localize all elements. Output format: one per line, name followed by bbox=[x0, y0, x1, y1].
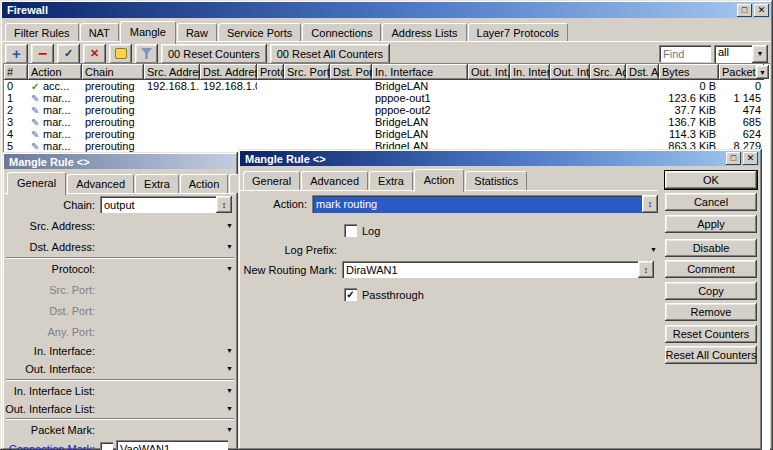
dialog-maximize-button[interactable]: □ bbox=[726, 152, 741, 165]
tab-connections[interactable]: Connections bbox=[302, 23, 381, 42]
log-prefix-dropdown-icon[interactable]: ▼ bbox=[647, 243, 660, 256]
mark-icon: ✎ bbox=[31, 117, 43, 128]
col-out-interface-list[interactable]: Out. Int... bbox=[550, 64, 590, 80]
d1-tab-statistics[interactable]: Statistics bbox=[229, 174, 238, 193]
cell-number: 0 bbox=[4, 80, 28, 92]
cancel-button[interactable]: Cancel bbox=[665, 193, 757, 211]
action-select[interactable]: mark routing bbox=[312, 195, 642, 213]
tab-filter-rules[interactable]: Filter Rules bbox=[5, 23, 79, 42]
col-number[interactable]: # bbox=[4, 64, 28, 80]
filter-scope-select[interactable]: all ▼ bbox=[714, 45, 768, 63]
chain-label: Chain: bbox=[4, 199, 100, 211]
apply-button[interactable]: Apply bbox=[665, 215, 757, 233]
action-updown-icon[interactable]: ↕ bbox=[642, 195, 658, 213]
in-interface-list-dropdown-icon[interactable]: ▼ bbox=[223, 384, 236, 397]
cell-action: ✎mar... bbox=[28, 104, 82, 116]
table-row[interactable]: 0 ✓acc... prerouting 192.168.1.... 192.1… bbox=[4, 80, 764, 92]
d2-tab-statistics[interactable]: Statistics bbox=[465, 171, 527, 190]
new-routing-mark-input[interactable] bbox=[342, 261, 638, 278]
col-dst-address[interactable]: Dst. Address bbox=[200, 64, 257, 80]
col-chain[interactable]: Chain bbox=[82, 64, 144, 80]
col-protocol[interactable]: Proto... bbox=[257, 64, 284, 80]
remove-button[interactable]: − bbox=[31, 44, 54, 64]
general-dialog-titlebar[interactable]: Mangle Rule <> bbox=[4, 154, 236, 169]
out-interface-list-field-row: Out. Interface List: ▼ bbox=[4, 400, 236, 417]
col-dst-address-list[interactable]: Dst. Ad... bbox=[626, 64, 659, 80]
action-dialog-titlebar[interactable]: Mangle Rule <> □ ✕ bbox=[240, 151, 760, 166]
chain-select[interactable] bbox=[100, 196, 216, 213]
col-dst-port[interactable]: Dst. Port bbox=[330, 64, 372, 80]
col-bytes[interactable]: Bytes bbox=[659, 64, 719, 80]
tab-nat[interactable]: NAT bbox=[80, 23, 119, 42]
col-src-port[interactable]: Src. Port bbox=[284, 64, 330, 80]
log-checkbox[interactable] bbox=[344, 224, 357, 237]
d1-tab-action[interactable]: Action bbox=[180, 174, 229, 193]
col-in-interface[interactable]: In. Interface bbox=[372, 64, 468, 80]
table-row[interactable]: 3 ✎mar... prerouting BridgeLAN 136.7 KiB… bbox=[4, 116, 764, 128]
d1-tab-advanced[interactable]: Advanced bbox=[67, 174, 134, 193]
filter-button[interactable] bbox=[135, 44, 158, 64]
out-interface-list-dropdown-icon[interactable]: ▼ bbox=[223, 402, 236, 415]
out-interface-dropdown-icon[interactable]: ▼ bbox=[223, 362, 236, 375]
new-routing-mark-updown-icon[interactable]: ↕ bbox=[638, 261, 654, 278]
table-row[interactable]: 4 ✎mar... prerouting BridgeLAN 114.3 KiB… bbox=[4, 128, 764, 140]
d2-tab-action[interactable]: Action bbox=[414, 169, 465, 192]
comment-button[interactable] bbox=[109, 44, 132, 64]
action-dialog-titlebar-buttons: □ ✕ bbox=[726, 152, 758, 165]
tab-address-lists[interactable]: Address Lists bbox=[382, 23, 466, 42]
d1-tab-general[interactable]: General bbox=[7, 172, 66, 195]
tab-raw[interactable]: Raw bbox=[177, 23, 217, 42]
d1-tab-extra[interactable]: Extra bbox=[135, 174, 179, 193]
dialog-reset-all-counters-button[interactable]: Reset All Counters bbox=[665, 346, 757, 364]
column-options-dropdown-icon[interactable]: ▼ bbox=[756, 65, 769, 79]
src-address-dropdown-icon[interactable]: ▼ bbox=[223, 219, 236, 232]
in-interface-list-field-row: In. Interface List: ▼ bbox=[4, 382, 236, 399]
dialog-close-button[interactable]: ✕ bbox=[743, 152, 758, 165]
cell-chain: prerouting bbox=[82, 104, 144, 116]
tab-mangle[interactable]: Mangle bbox=[120, 21, 176, 44]
cell-bytes: 114.3 KiB bbox=[659, 128, 719, 140]
dst-address-dropdown-icon[interactable]: ▼ bbox=[223, 240, 236, 253]
col-src-address[interactable]: Src. Address bbox=[144, 64, 200, 80]
d2-tab-general[interactable]: General bbox=[243, 171, 300, 190]
packet-mark-dropdown-icon[interactable]: ▼ bbox=[223, 423, 236, 436]
disable-rule-button[interactable]: Disable bbox=[665, 239, 757, 257]
connection-mark-not-checkbox[interactable] bbox=[100, 442, 113, 450]
col-action[interactable]: Action bbox=[28, 64, 82, 80]
cell-packets: 474 bbox=[719, 104, 764, 116]
tab-layer7-protocols[interactable]: Layer7 Protocols bbox=[468, 23, 569, 42]
firewall-titlebar[interactable]: Firewall □ ✕ bbox=[2, 2, 771, 18]
filter-scope-dropdown-icon[interactable]: ▼ bbox=[752, 45, 768, 63]
remove-button[interactable]: Remove bbox=[665, 303, 757, 321]
comment-rule-button[interactable]: Comment bbox=[665, 260, 757, 278]
table-row[interactable]: 2 ✎mar... prerouting pppoe-out2 37.7 KiB… bbox=[4, 104, 764, 116]
separator bbox=[6, 418, 234, 420]
col-src-address-list[interactable]: Src. Ad... bbox=[590, 64, 626, 80]
d2-tab-advanced[interactable]: Advanced bbox=[301, 171, 368, 190]
col-out-interface[interactable]: Out. Int... bbox=[468, 64, 510, 80]
chain-updown-icon[interactable]: ↕ bbox=[216, 196, 232, 213]
ok-button[interactable]: OK bbox=[665, 171, 757, 189]
action-field-row: Action: mark routing ↕ bbox=[240, 195, 664, 212]
dialog-reset-counters-button[interactable]: Reset Counters bbox=[665, 325, 757, 343]
enable-button[interactable]: ✓ bbox=[57, 44, 80, 64]
reset-counters-button[interactable]: 00 Reset Counters bbox=[161, 44, 267, 64]
reset-all-counters-button[interactable]: 00 Reset All Counters bbox=[270, 44, 390, 64]
passthrough-checkbox[interactable]: ✓ bbox=[344, 288, 357, 301]
copy-button[interactable]: Copy bbox=[665, 282, 757, 300]
protocol-dropdown-icon[interactable]: ▼ bbox=[223, 262, 236, 275]
d2-tab-extra[interactable]: Extra bbox=[369, 171, 413, 190]
connection-mark-input[interactable] bbox=[116, 440, 228, 450]
table-row[interactable]: 1 ✎mar... prerouting pppoe-out1 123.6 Ki… bbox=[4, 92, 764, 104]
close-button[interactable]: ✕ bbox=[754, 4, 769, 17]
disable-button[interactable]: ✕ bbox=[83, 44, 106, 64]
tab-service-ports[interactable]: Service Ports bbox=[218, 23, 301, 42]
add-button[interactable]: + bbox=[5, 44, 28, 64]
in-interface-dropdown-icon[interactable]: ▼ bbox=[223, 344, 236, 357]
maximize-button[interactable]: □ bbox=[737, 4, 752, 17]
out-interface-field-row: Out. Interface: ▼ bbox=[4, 360, 236, 377]
comment-icon bbox=[115, 48, 127, 59]
src-port-field-row: Src. Port: bbox=[4, 281, 236, 298]
find-input[interactable] bbox=[659, 45, 711, 62]
col-in-interface-list[interactable]: In. Inter... bbox=[510, 64, 550, 80]
